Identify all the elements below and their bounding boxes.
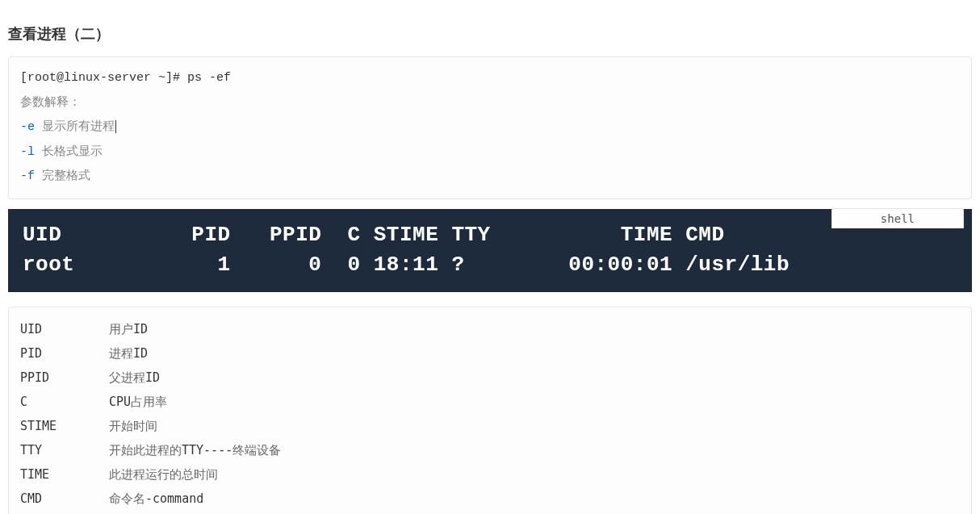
field-key: TTY	[20, 438, 109, 462]
field-key: PPID	[20, 366, 109, 390]
field-key: C	[20, 390, 109, 414]
section-title: 查看进程（二）	[8, 24, 972, 44]
field-row: TTY 开始此进程的TTY----终端设备	[20, 438, 960, 462]
field-row: PPID 父进程ID	[20, 366, 960, 390]
code-block-params: [root@linux-server ~]# ps -ef 参数解释： -e 显…	[8, 56, 972, 199]
field-row: STIME 开始时间	[20, 414, 960, 438]
field-key: TIME	[20, 462, 109, 487]
field-row: PID 进程ID	[20, 341, 960, 366]
field-val: 开始时间	[109, 414, 157, 438]
field-val: 命令名-command	[109, 487, 203, 511]
flag-e: -e	[20, 120, 35, 134]
flag-l-desc: 长格式显示	[42, 144, 103, 157]
field-val: 父进程ID	[109, 366, 160, 390]
param-header: 参数解释：	[20, 94, 81, 108]
field-val: 开始此进程的TTY----终端设备	[109, 438, 281, 462]
field-key: UID	[20, 317, 109, 341]
field-row: CMD 命令名-command	[20, 487, 960, 511]
flag-f-desc: 完整格式	[42, 168, 90, 182]
field-val: 用户ID	[109, 317, 148, 341]
terminal-data-row: root 1 0 0 18:11 ? 00:00:01 /usr/lib	[23, 253, 789, 277]
flag-l: -l	[20, 145, 35, 159]
language-label: shell	[831, 208, 964, 228]
field-row: C CPU占用率	[20, 390, 960, 414]
shell-prompt-line: [root@linux-server ~]# ps -ef	[20, 71, 231, 85]
field-key: STIME	[20, 414, 109, 438]
field-row: TIME 此进程运行的总时间	[20, 462, 960, 487]
field-key: CMD	[20, 487, 109, 511]
flag-e-desc: 显示所有进程	[42, 119, 116, 132]
flag-f: -f	[20, 169, 35, 183]
field-key: PID	[20, 341, 109, 366]
field-val: 进程ID	[109, 341, 148, 366]
field-val: CPU占用率	[109, 390, 167, 414]
field-row: UID 用户ID	[20, 317, 960, 341]
field-definitions: UID 用户ID PID 进程ID PPID 父进程ID C CPU占用率 ST…	[8, 307, 972, 514]
terminal-header-row: UID PID PPID C STIME TTY TIME CMD	[23, 223, 725, 247]
field-val: 此进程运行的总时间	[109, 462, 218, 487]
terminal-output: UID PID PPID C STIME TTY TIME CMD root 1…	[8, 209, 972, 292]
